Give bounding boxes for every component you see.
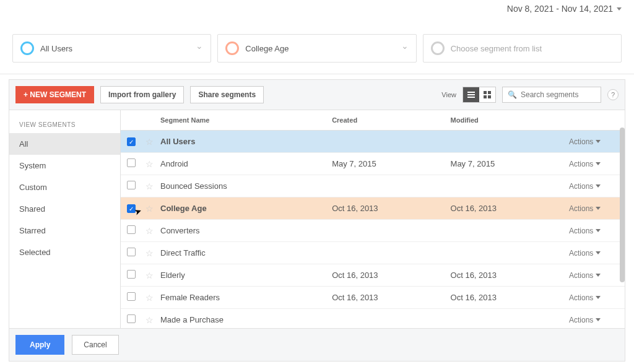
table-row[interactable]: ✓☆College AgeOct 16, 2013Oct 16, 2013Act… [121, 197, 625, 220]
actions-menu[interactable]: Actions [569, 249, 619, 258]
checkbox[interactable]: ✓ [127, 137, 136, 146]
table-row[interactable]: ☆ConvertersActions [121, 220, 625, 242]
created-cell: May 7, 2015 [326, 159, 444, 168]
pill-label: College Age [245, 44, 289, 53]
search-input[interactable] [521, 90, 596, 99]
modified-cell: Oct 16, 2013 [445, 204, 563, 213]
segments-panel: + NEW SEGMENT Import from gallery Share … [9, 79, 625, 362]
segment-name: All Users [160, 137, 195, 146]
cancel-button[interactable]: Cancel [72, 335, 118, 355]
col-created[interactable]: Created [326, 110, 444, 130]
new-segment-button[interactable]: + NEW SEGMENT [15, 86, 94, 103]
sidebar-item-shared[interactable]: Shared [9, 198, 120, 220]
checkbox[interactable] [127, 158, 136, 167]
star-icon[interactable]: ☆ [145, 226, 154, 236]
table-row[interactable]: ☆Female ReadersOct 16, 2013Oct 16, 2013A… [121, 287, 625, 309]
ring-icon [431, 41, 445, 55]
chevron-down-icon [617, 7, 622, 11]
checkbox[interactable] [127, 225, 136, 234]
table-row[interactable]: ☆Made a PurchaseActions [121, 309, 625, 328]
view-toggle [462, 87, 496, 103]
chevron-down-icon [596, 318, 601, 321]
chevron-down-icon [596, 140, 601, 143]
checkbox[interactable] [127, 248, 136, 256]
sidebar-title: VIEW SEGMENTS [9, 110, 120, 133]
table-row[interactable]: ☆Direct TrafficActions [121, 242, 625, 264]
grid-icon [484, 91, 491, 98]
actions-menu[interactable]: Actions [569, 227, 619, 235]
star-icon[interactable]: ☆ [145, 159, 154, 169]
table-row[interactable]: ☆Bounced SessionsActions [121, 175, 625, 197]
segment-pill-college-age[interactable]: College Age ⌄ [217, 34, 416, 63]
search-box[interactable]: 🔍 [502, 87, 601, 103]
table-row[interactable]: ☆ElderlyOct 16, 2013Oct 16, 2013Actions [121, 264, 625, 287]
footer: Apply Cancel [9, 328, 625, 361]
date-range-label: Nov 8, 2021 - Nov 14, 2021 [507, 4, 613, 14]
apply-button[interactable]: Apply [15, 335, 64, 355]
checkbox[interactable]: ✓ [127, 204, 136, 213]
actions-menu[interactable]: Actions [569, 316, 619, 324]
segment-name: Elderly [160, 271, 185, 280]
segment-name: Female Readers [160, 293, 220, 302]
chevron-down-icon [596, 251, 601, 254]
sidebar-item-selected[interactable]: Selected [9, 241, 120, 263]
star-icon[interactable]: ☆ [145, 248, 154, 258]
actions-menu[interactable]: Actions [569, 293, 619, 302]
modified-cell: May 7, 2015 [445, 159, 563, 168]
pill-label: All Users [40, 44, 72, 53]
chevron-down-icon: ⌄ [401, 41, 409, 51]
star-icon[interactable]: ☆ [145, 315, 154, 325]
toolbar: + NEW SEGMENT Import from gallery Share … [9, 80, 625, 110]
sidebar-item-system[interactable]: System [9, 155, 120, 176]
actions-menu[interactable]: Actions [569, 271, 619, 280]
share-button[interactable]: Share segments [190, 86, 264, 103]
chevron-down-icon [596, 229, 601, 232]
table-row[interactable]: ☆AndroidMay 7, 2015May 7, 2015Actions [121, 153, 625, 175]
star-icon[interactable]: ☆ [145, 204, 154, 214]
scrollbar[interactable] [620, 128, 625, 282]
actions-menu[interactable]: Actions [569, 137, 619, 146]
sidebar-item-custom[interactable]: Custom [9, 176, 120, 198]
star-icon[interactable]: ☆ [145, 181, 154, 191]
segment-name: Converters [160, 226, 200, 235]
actions-menu[interactable]: Actions [569, 182, 619, 191]
table-row[interactable]: ✓☆All UsersActions [121, 131, 625, 153]
chevron-down-icon [596, 184, 601, 188]
chevron-down-icon [596, 274, 601, 277]
col-modified[interactable]: Modified [445, 110, 563, 130]
chevron-down-icon [596, 162, 601, 165]
segment-name: Android [160, 159, 188, 168]
star-icon[interactable]: ☆ [145, 293, 154, 303]
segment-name: Direct Traffic [160, 248, 206, 258]
segment-name: Bounced Sessions [160, 181, 227, 191]
modified-cell: Oct 16, 2013 [445, 293, 563, 302]
segment-name: Made a Purchase [160, 315, 224, 324]
sidebar-item-all[interactable]: All [9, 133, 120, 155]
sidebar-item-starred[interactable]: Starred [9, 220, 120, 241]
star-icon[interactable]: ☆ [145, 137, 154, 147]
checkbox[interactable] [127, 270, 136, 279]
created-cell: Oct 16, 2013 [326, 271, 444, 280]
view-label: View [441, 91, 456, 98]
segments-table: Segment Name Created Modified ✓☆All User… [121, 110, 625, 328]
import-button[interactable]: Import from gallery [100, 86, 184, 103]
col-name[interactable]: Segment Name [154, 110, 326, 130]
panel-body: VIEW SEGMENTS All System Custom Shared S… [9, 110, 625, 328]
star-icon[interactable]: ☆ [145, 271, 154, 280]
actions-menu[interactable]: Actions [569, 160, 619, 168]
actions-menu[interactable]: Actions [569, 204, 619, 213]
list-icon [467, 92, 475, 98]
segment-pill-all-users[interactable]: All Users ⌄ [12, 34, 211, 63]
segment-name: College Age [160, 204, 207, 213]
checkbox[interactable] [127, 314, 136, 323]
segment-pill-choose[interactable]: Choose segment from list [423, 34, 622, 63]
checkbox[interactable] [127, 181, 136, 189]
chevron-down-icon [596, 296, 601, 299]
created-cell: Oct 16, 2013 [326, 293, 444, 302]
date-range-picker[interactable]: Nov 8, 2021 - Nov 14, 2021 [507, 4, 622, 14]
help-icon[interactable]: ? [607, 89, 619, 100]
checkbox[interactable] [127, 292, 136, 301]
pill-label: Choose segment from list [451, 44, 542, 53]
view-list-button[interactable] [463, 87, 479, 102]
view-grid-button[interactable] [479, 87, 495, 102]
